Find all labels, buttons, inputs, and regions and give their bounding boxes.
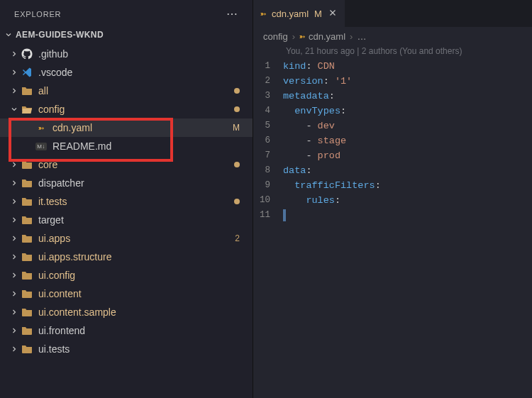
- breadcrumb-file-label: cdn.yaml: [309, 31, 345, 42]
- git-modified-dot-icon: [234, 88, 240, 94]
- chevron-right-icon[interactable]: [9, 214, 20, 226]
- folder-ui-apps[interactable]: ui.apps2: [0, 229, 253, 248]
- chevron-right-icon[interactable]: [9, 196, 20, 207]
- tree-item-label: dispatcher: [38, 177, 230, 189]
- tree-item-label: ui.content: [38, 288, 230, 299]
- folder-ui-config[interactable]: ui.config: [0, 266, 253, 284]
- git-blame-annotation: You, 21 hours ago | 2 authors (You and o…: [253, 45, 532, 59]
- folder-ui-tests[interactable]: ui.tests: [0, 340, 253, 358]
- line-number: 9: [253, 178, 283, 193]
- code-line[interactable]: 5 - dev: [253, 118, 532, 133]
- git-status-decoration: [230, 197, 240, 206]
- tab-filename: cdn.yaml: [272, 9, 309, 19]
- folder-icon: [20, 86, 34, 96]
- chevron-right-icon[interactable]: [9, 306, 20, 318]
- yaml-icon: ➳: [34, 124, 48, 132]
- tab-bar: ➳ cdn.yaml M: [253, 0, 532, 27]
- editor-pane: ➳ cdn.yaml M config › ➳ cdn.yaml › … You…: [253, 0, 532, 398]
- folder-ui-frontend[interactable]: ui.frontend: [0, 321, 253, 340]
- folder-it-tests[interactable]: it.tests: [0, 192, 253, 211]
- code-line[interactable]: 10 rules:: [253, 193, 532, 208]
- workspace-name: AEM-GUIDES-WKND: [16, 30, 104, 40]
- code-line[interactable]: 11: [253, 208, 532, 223]
- folder-ui-content[interactable]: ui.content: [0, 284, 253, 303]
- line-number: 10: [253, 193, 283, 208]
- chevron-right-icon[interactable]: [9, 233, 20, 244]
- line-number: 2: [253, 74, 283, 89]
- chevron-right-icon[interactable]: [9, 159, 20, 170]
- cursor-indicator: [283, 209, 286, 221]
- git-status-decoration: [230, 104, 240, 114]
- folder-core[interactable]: core: [0, 155, 253, 174]
- folder-target[interactable]: target: [0, 211, 253, 229]
- github-icon: [20, 48, 34, 60]
- code-line[interactable]: 6 - stage: [253, 133, 532, 148]
- folder-icon: [20, 270, 34, 280]
- code-line[interactable]: 9 trafficFilters:: [253, 178, 532, 193]
- folder--vscode[interactable]: .vscode: [0, 63, 253, 82]
- chevron-right-icon[interactable]: [9, 85, 20, 96]
- folder--github[interactable]: .github: [0, 45, 253, 63]
- chevron-right-icon[interactable]: [9, 343, 20, 355]
- folder-dispatcher[interactable]: dispatcher: [0, 174, 253, 192]
- more-actions-icon[interactable]: ⋯: [226, 7, 243, 21]
- explorer-sidebar: EXPLORER ⋯ AEM-GUIDES-WKND .github.vscod…: [0, 0, 253, 398]
- git-modified-dot-icon: [234, 106, 240, 112]
- code-area[interactable]: 1kind: CDN2version: '1'3metadata:4 envTy…: [253, 59, 532, 223]
- folder-icon: [20, 215, 34, 225]
- line-number: 11: [253, 208, 283, 223]
- breadcrumb-file[interactable]: ➳ cdn.yaml: [299, 31, 345, 42]
- chevron-right-icon[interactable]: [9, 48, 20, 60]
- breadcrumb-folder[interactable]: config: [263, 31, 288, 42]
- close-icon[interactable]: [328, 8, 338, 20]
- chevron-right-icon[interactable]: [9, 270, 20, 281]
- tab-cdn-yaml[interactable]: ➳ cdn.yaml M: [253, 0, 345, 27]
- folder-icon: [20, 233, 34, 243]
- chevron-right-icon[interactable]: [9, 288, 20, 299]
- line-number: 1: [253, 59, 283, 74]
- line-number: 5: [253, 118, 283, 133]
- explorer-header: EXPLORER ⋯: [0, 0, 253, 26]
- chevron-down-icon[interactable]: [9, 104, 20, 115]
- file-cdn-yaml[interactable]: ➳cdn.yamlM: [0, 118, 253, 137]
- breadcrumb[interactable]: config › ➳ cdn.yaml › …: [253, 27, 532, 45]
- chevron-right-icon[interactable]: [9, 251, 20, 262]
- chevron-right-icon[interactable]: [9, 67, 20, 78]
- folder-ui-apps-structure[interactable]: ui.apps.structure: [0, 248, 253, 266]
- tree-item-label: core: [38, 159, 230, 170]
- chevron-right-icon[interactable]: [9, 325, 20, 336]
- chevron-right-icon[interactable]: [9, 177, 20, 189]
- chevron-down-icon: [3, 29, 14, 40]
- folder-ui-content-sample[interactable]: ui.content.sample: [0, 303, 253, 321]
- folder-all[interactable]: all: [0, 82, 253, 100]
- workspace-header[interactable]: AEM-GUIDES-WKND: [0, 26, 253, 43]
- git-status-decoration: [230, 86, 240, 96]
- folder-config[interactable]: config: [0, 100, 253, 118]
- tree-item-label: all: [38, 85, 230, 96]
- folder-icon: [20, 197, 34, 206]
- tab-modified-status: M: [314, 9, 322, 19]
- folder-icon: [20, 289, 34, 299]
- tree-item-label: .vscode: [38, 67, 230, 78]
- file-readme-md[interactable]: M↓README.md: [0, 137, 253, 155]
- code-line[interactable]: 8data:: [253, 163, 532, 178]
- breadcrumb-more[interactable]: …: [357, 31, 366, 42]
- code-line[interactable]: 7 - prod: [253, 148, 532, 163]
- code-line[interactable]: 1kind: CDN: [253, 59, 532, 74]
- explorer-title: EXPLORER: [14, 10, 61, 18]
- code-line[interactable]: 3metadata:: [253, 89, 532, 104]
- tree-item-label: ui.apps: [38, 233, 230, 244]
- tree-item-label: ui.content.sample: [38, 306, 230, 318]
- chevron-right-icon: ›: [350, 31, 353, 42]
- yaml-file-icon: ➳: [299, 33, 305, 40]
- code-line[interactable]: 4 envTypes:: [253, 104, 532, 118]
- md-icon: M↓: [34, 143, 48, 150]
- code-line[interactable]: 2version: '1': [253, 74, 532, 89]
- folder-icon: [20, 160, 34, 170]
- folder-icon: [20, 344, 34, 354]
- tree-item-label: cdn.yaml: [52, 122, 230, 133]
- line-number: 4: [253, 104, 283, 118]
- git-modified-dot-icon: [234, 162, 240, 167]
- tree-item-label: it.tests: [38, 196, 230, 207]
- folder-icon: [20, 252, 34, 262]
